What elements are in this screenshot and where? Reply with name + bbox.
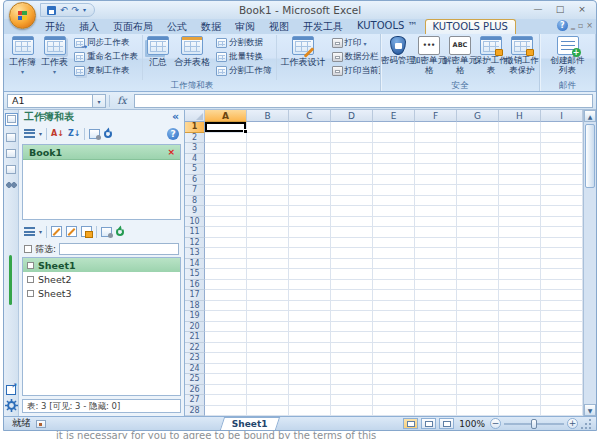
grid-cell[interactable]	[457, 290, 499, 301]
grid-cell[interactable]	[331, 154, 373, 165]
grid-cell[interactable]	[331, 395, 373, 406]
grid-cell[interactable]	[373, 406, 415, 417]
column-header[interactable]: B	[247, 110, 289, 122]
row-header[interactable]: 24	[185, 364, 205, 375]
sheet-options-icon[interactable]	[101, 227, 112, 237]
grid-cell[interactable]	[541, 248, 583, 259]
grid-cell[interactable]	[499, 133, 541, 144]
grid-cell[interactable]	[205, 185, 247, 196]
grid-cell[interactable]	[205, 353, 247, 364]
grid-cell[interactable]	[499, 385, 541, 396]
grid-cell[interactable]	[499, 406, 541, 417]
grid-cell[interactable]	[457, 217, 499, 228]
grid-cell[interactable]	[415, 311, 457, 322]
grid-cell[interactable]	[499, 364, 541, 375]
grid-cell[interactable]	[289, 185, 331, 196]
macro-record-icon[interactable]	[36, 420, 46, 428]
grid-cell[interactable]	[205, 395, 247, 406]
row-header[interactable]: 25	[185, 374, 205, 385]
grid-cell[interactable]	[415, 395, 457, 406]
grid-cell[interactable]	[289, 311, 331, 322]
grid-cell[interactable]	[331, 143, 373, 154]
grid-cell[interactable]	[541, 238, 583, 249]
grid-cell[interactable]	[541, 175, 583, 186]
grid-cell[interactable]	[247, 227, 289, 238]
column-header[interactable]: A	[205, 110, 247, 122]
grid-cell[interactable]	[289, 353, 331, 364]
button-merge-tables[interactable]: 合并表格	[172, 35, 212, 70]
button-password-manager[interactable]: 密码管理	[383, 35, 413, 67]
grid-cell[interactable]	[499, 164, 541, 175]
sheet-list-item[interactable]: Sheet3	[23, 286, 180, 300]
column-header[interactable]: F	[415, 110, 457, 122]
grid-cell[interactable]	[205, 143, 247, 154]
grid-cell[interactable]	[247, 322, 289, 333]
workbook-restore-icon[interactable]: ▫	[578, 21, 583, 31]
grid-cell[interactable]	[457, 133, 499, 144]
grid-cell[interactable]	[373, 227, 415, 238]
grid-cell[interactable]	[289, 217, 331, 228]
grid-cell[interactable]	[247, 301, 289, 312]
row-header[interactable]: 1	[185, 122, 205, 133]
grid-cell[interactable]	[373, 353, 415, 364]
button-sheet-design[interactable]: 工作表设计	[279, 35, 328, 70]
grid-cell[interactable]	[331, 322, 373, 333]
grid-cell[interactable]	[457, 343, 499, 354]
grid-cell[interactable]	[373, 311, 415, 322]
row-header[interactable]: 13	[185, 248, 205, 259]
grid-cell[interactable]	[205, 133, 247, 144]
grid-cell[interactable]	[205, 164, 247, 175]
ribbon-tab[interactable]: 开始	[38, 19, 72, 34]
grid-cell[interactable]	[499, 143, 541, 154]
grid-cell[interactable]	[205, 196, 247, 207]
grid-cell[interactable]	[415, 248, 457, 259]
grid-cell[interactable]	[373, 374, 415, 385]
maximize-button[interactable]: □	[550, 3, 570, 16]
workbook-close-icon[interactable]: ×	[586, 21, 593, 31]
sort-ascending-icon[interactable]: A↓	[51, 129, 64, 138]
grid-cell[interactable]	[289, 206, 331, 217]
sheet-list-item[interactable]: Sheet2	[23, 272, 180, 286]
grid-cell[interactable]	[541, 164, 583, 175]
grid-cell[interactable]	[289, 385, 331, 396]
workbook-minimize-icon[interactable]: ‗	[571, 21, 575, 31]
gear-icon[interactable]	[5, 399, 18, 412]
filter-input[interactable]	[59, 243, 179, 255]
grid-cell[interactable]	[541, 311, 583, 322]
row-header[interactable]: 22	[185, 343, 205, 354]
row-header[interactable]: 21	[185, 332, 205, 343]
find-pane-icon[interactable]	[6, 181, 17, 189]
grid-cell[interactable]	[247, 206, 289, 217]
grid-cell[interactable]	[457, 301, 499, 312]
grid-cell[interactable]	[247, 238, 289, 249]
grid-cell[interactable]	[205, 206, 247, 217]
column-header[interactable]: G	[457, 110, 499, 122]
grid-cell[interactable]	[247, 269, 289, 280]
grid-cell[interactable]	[247, 259, 289, 270]
grid-cell[interactable]	[289, 164, 331, 175]
grid-cell[interactable]	[331, 227, 373, 238]
grid-cell[interactable]	[373, 322, 415, 333]
button-batch-convert[interactable]: 批量转换	[213, 50, 275, 64]
grid-cell[interactable]	[457, 269, 499, 280]
grid-cell[interactable]	[205, 322, 247, 333]
insert-function-button[interactable]: fx	[113, 94, 131, 108]
grid-cell[interactable]	[331, 122, 373, 133]
grid-cell[interactable]	[415, 217, 457, 228]
grid-cell[interactable]	[499, 185, 541, 196]
rename-sheet-icon[interactable]	[51, 226, 62, 237]
grid-cell[interactable]	[499, 217, 541, 228]
row-header[interactable]: 8	[185, 196, 205, 207]
grid-cell[interactable]	[205, 175, 247, 186]
grid-cell[interactable]	[205, 385, 247, 396]
grid-cell[interactable]	[289, 406, 331, 417]
grid-cell[interactable]	[247, 154, 289, 165]
grid-cell[interactable]	[541, 385, 583, 396]
ribbon-tab[interactable]: 开发工具	[296, 19, 350, 34]
grid-cell[interactable]	[331, 280, 373, 291]
grid-cell[interactable]	[247, 143, 289, 154]
resize-pane-icon[interactable]	[6, 133, 16, 142]
grid-cell[interactable]	[331, 206, 373, 217]
grid-cell[interactable]	[331, 185, 373, 196]
resize-grip[interactable]	[581, 418, 592, 429]
